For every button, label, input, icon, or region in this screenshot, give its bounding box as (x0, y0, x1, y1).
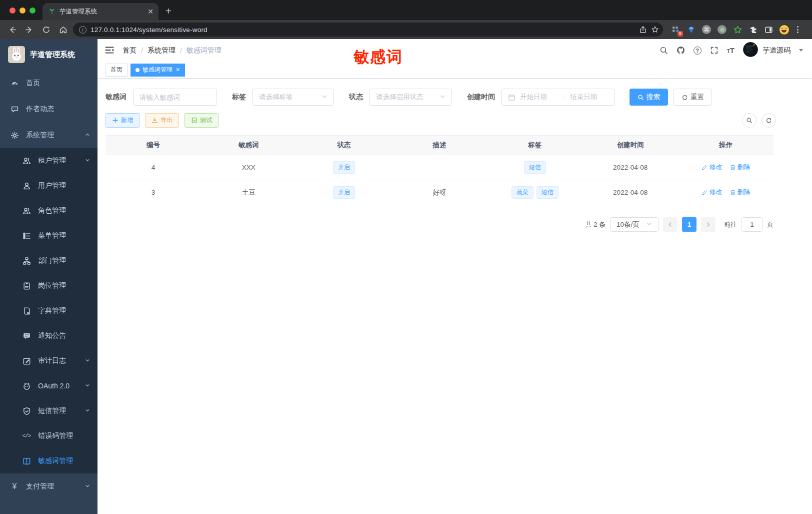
tag-label: 标签 (232, 93, 246, 102)
minimize-window-button[interactable] (20, 8, 26, 14)
github-icon[interactable] (676, 46, 685, 55)
page-size-select[interactable]: 10条/页 (610, 217, 658, 232)
sidebar-item-7[interactable]: 部门管理 (0, 248, 98, 273)
search-icon[interactable] (660, 46, 668, 55)
window-controls[interactable] (0, 8, 42, 20)
add-button[interactable]: 新增 (106, 113, 140, 128)
sidebar-item-3[interactable]: 租户管理 (0, 148, 98, 173)
sidebar-item-9[interactable]: 字典管理 (0, 298, 98, 323)
extension-grid-icon[interactable]: 9 (670, 24, 681, 35)
export-button[interactable]: 导出 (145, 113, 179, 128)
show-search-icon[interactable] (742, 113, 756, 128)
sidebar-item-label: 用户管理 (38, 181, 90, 190)
bookmark-star-icon[interactable] (651, 26, 659, 34)
refresh-icon[interactable] (762, 113, 776, 128)
keyword-label: 敏感词 (106, 93, 126, 102)
oauth-icon (22, 381, 31, 390)
caret-down-icon[interactable] (799, 49, 803, 54)
prev-page-icon[interactable] (663, 217, 678, 232)
goto-page-input[interactable] (748, 221, 756, 228)
keyword-input[interactable] (140, 94, 210, 101)
rabbit-avatar (8, 46, 25, 63)
calendar-icon (508, 94, 516, 101)
profile-emoji-icon[interactable] (778, 24, 790, 35)
extension-record-icon[interactable] (716, 24, 728, 35)
url-text: 127.0.0.1:1024/system/sensitive-word (90, 26, 635, 34)
sidebar-item-label: 审计日志 (38, 356, 84, 365)
user-icon (22, 181, 31, 190)
breadcrumb-system[interactable]: 系统管理 (148, 46, 176, 55)
fullscreen-icon[interactable] (710, 46, 718, 55)
tab-sensitive-word[interactable]: 敏感词管理 ✕ (130, 64, 185, 77)
cell: 土豆 (201, 180, 296, 205)
sidebar-item-15[interactable]: 敏感词管理 (0, 448, 98, 473)
sidebar-item-5[interactable]: 角色管理 (0, 198, 98, 223)
edit-link[interactable]: 修改 (702, 163, 722, 172)
zoom-window-button[interactable] (30, 8, 36, 14)
forward-icon[interactable] (22, 23, 36, 37)
status-select[interactable]: 请选择启用状态 (370, 89, 452, 106)
delete-link[interactable]: 删除 (730, 188, 750, 197)
sidebar-item-label: 角色管理 (38, 206, 90, 215)
extension-command-icon[interactable]: ⌘ (701, 24, 712, 35)
log-icon (22, 356, 31, 365)
sidebar-item-4[interactable]: 用户管理 (0, 173, 98, 198)
user-avatar[interactable] (743, 42, 758, 59)
sidebar-item-6[interactable]: 菜单管理 (0, 223, 98, 248)
back-icon[interactable] (5, 23, 19, 37)
extension-star-icon[interactable] (732, 24, 743, 35)
search-button[interactable]: 搜索 (630, 89, 668, 106)
font-size-icon[interactable]: TT (727, 46, 734, 55)
collapse-sidebar-icon[interactable] (104, 45, 116, 56)
actions-cell: 修改删除 (678, 155, 774, 180)
tab-home[interactable]: 首页 (106, 64, 128, 77)
cell: 2022-04-08 (582, 180, 678, 205)
reset-button[interactable]: 重置 (674, 89, 712, 106)
yen-icon: ¥ (10, 482, 19, 491)
screen: 芋道管理系统 ✕ + i 127.0.0.1:1024/system/sensi… (0, 0, 812, 514)
date-range-picker[interactable]: 开始日期 - 结束日期 (502, 89, 614, 106)
share-icon[interactable] (639, 26, 647, 34)
url-bar[interactable]: i 127.0.0.1:1024/system/sensitive-word (73, 23, 663, 37)
help-icon[interactable]: ? (694, 47, 702, 55)
extension-gem-icon[interactable] (686, 24, 696, 35)
sidebar-item-13[interactable]: 短信管理 (0, 398, 98, 423)
edit-link[interactable]: 修改 (702, 188, 722, 197)
tag-select[interactable]: 请选择标签 (252, 89, 334, 106)
puzzle-extensions-icon[interactable] (748, 24, 758, 35)
browser-menu-icon[interactable] (794, 26, 802, 33)
sidebar-item-2[interactable]: 系统管理 (0, 122, 98, 148)
browser-chrome: 芋道管理系统 ✕ + i 127.0.0.1:1024/system/sensi… (0, 0, 812, 39)
browser-tab[interactable]: 芋道管理系统 ✕ (42, 3, 158, 20)
breadcrumb-home[interactable]: 首页 (122, 46, 136, 55)
column-header: 编号 (106, 136, 201, 155)
dashboard-icon (10, 79, 19, 88)
cell: 2022-04-08 (582, 155, 678, 180)
username[interactable]: 芋道源码 (762, 46, 790, 55)
sidebar-item-1[interactable]: 作者动态 (0, 96, 98, 122)
sidebar-item-16[interactable]: ¥支付管理 (0, 473, 98, 499)
home-icon[interactable] (56, 23, 70, 37)
sidebar-item-11[interactable]: 审计日志 (0, 348, 98, 373)
sidebar-item-14[interactable]: </>错误码管理 (0, 423, 98, 448)
tab-close-icon[interactable]: ✕ (176, 67, 180, 73)
reload-icon[interactable] (39, 23, 53, 37)
current-page[interactable]: 1 (682, 217, 696, 232)
sidebar-item-0[interactable]: 首页 (0, 70, 98, 96)
side-panel-icon[interactable] (763, 24, 774, 35)
table-tools (742, 113, 804, 128)
new-tab-button[interactable]: + (158, 6, 172, 20)
org-icon (22, 256, 31, 265)
tab-close-icon[interactable]: ✕ (148, 8, 154, 16)
close-window-button[interactable] (10, 8, 16, 14)
site-info-icon[interactable]: i (79, 26, 86, 34)
sidebar-item-12[interactable]: OAuth 2.0 (0, 373, 98, 398)
delete-link[interactable]: 删除 (730, 163, 750, 172)
menu-tree-icon (22, 231, 31, 240)
next-page-icon[interactable] (701, 217, 716, 232)
sidebar-item-10[interactable]: 通知公告 (0, 323, 98, 348)
sidebar-item-8[interactable]: 岗位管理 (0, 273, 98, 298)
table-row: 4XXX开启短信2022-04-08修改删除 (106, 155, 774, 180)
test-button[interactable]: 测试 (184, 113, 218, 128)
chevron-up-icon (84, 131, 90, 139)
